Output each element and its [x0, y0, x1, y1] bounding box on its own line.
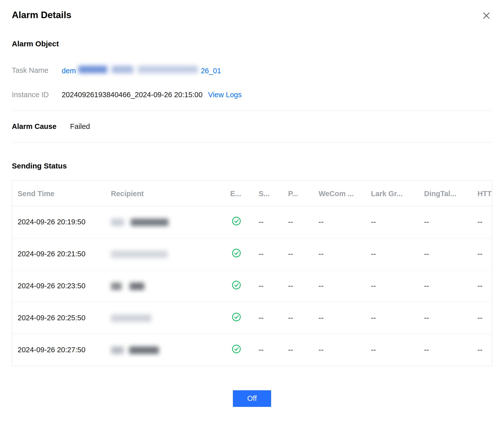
wecom-status-cell: -- [313, 302, 366, 334]
column-header-lark-group: Lark Gr... [366, 180, 419, 206]
dingtalk-status-cell: -- [419, 206, 472, 238]
redaction-blob [112, 66, 133, 73]
success-check-icon [232, 312, 241, 322]
wecom-status-cell: -- [313, 206, 366, 238]
email-status-cell [225, 334, 253, 366]
alarm-cause-value: Failed [70, 122, 90, 131]
sending-status-table: Send Time Recipient E... S... P... WeCom… [12, 180, 492, 366]
email-status-cell [225, 270, 253, 302]
lark-status-cell: -- [366, 238, 419, 270]
send-time-cell: 2024-09-26 20:23:50 [12, 270, 105, 302]
divider [12, 142, 492, 143]
off-button[interactable]: Off [233, 390, 271, 407]
phone-status-cell: -- [283, 302, 313, 334]
column-header-wecom: WeCom ... [313, 180, 366, 206]
task-name-row: Task Name dem26_01 [12, 66, 492, 75]
recipient-cell [105, 302, 225, 334]
column-header-email: E... [225, 180, 253, 206]
alarm-object-heading: Alarm Object [12, 40, 492, 48]
redaction-blob [111, 283, 122, 290]
alarm-cause-label: Alarm Cause [12, 122, 56, 131]
lark-status-cell: -- [366, 206, 419, 238]
close-icon [483, 12, 490, 20]
send-time-cell: 2024-09-26 20:21:50 [12, 238, 105, 270]
sending-status-heading: Sending Status [12, 162, 492, 170]
http-status-cell: -- [472, 302, 492, 334]
alarm-details-dialog: Alarm Details Alarm Object Task Name dem… [0, 0, 504, 423]
lark-status-cell: -- [366, 302, 419, 334]
divider [12, 111, 492, 111]
close-button[interactable] [482, 12, 491, 21]
view-logs-link[interactable]: View Logs [208, 91, 242, 99]
dingtalk-status-cell: -- [419, 334, 472, 366]
send-time-cell: 2024-09-26 20:25:50 [12, 302, 105, 334]
table-header-row: Send Time Recipient E... S... P... WeCom… [12, 180, 492, 206]
http-status-cell: -- [472, 238, 492, 270]
column-header-phone: P... [283, 180, 313, 206]
sms-status-cell: -- [253, 270, 283, 302]
table-row: 2024-09-26 20:21:50 -- -- -- -- -- -- [12, 238, 492, 270]
lark-status-cell: -- [366, 270, 419, 302]
success-check-icon [232, 217, 241, 226]
email-status-cell [225, 238, 253, 270]
alarm-cause-row: Alarm Cause Failed [12, 122, 492, 131]
dingtalk-status-cell: -- [419, 238, 472, 270]
column-header-send-time: Send Time [12, 180, 105, 206]
wecom-status-cell: -- [313, 270, 366, 302]
phone-status-cell: -- [283, 334, 313, 366]
recipient-cell [105, 334, 225, 366]
lark-status-cell: -- [366, 334, 419, 366]
success-check-icon [232, 249, 241, 258]
http-status-cell: -- [472, 334, 492, 366]
dialog-footer: Off [12, 390, 492, 407]
task-name-prefix: dem [62, 67, 76, 75]
dialog-title: Alarm Details [12, 10, 492, 20]
redaction-blob [111, 251, 168, 258]
email-status-cell [225, 206, 253, 238]
instance-id-value: 20240926193840466_2024-09-26 20:15:00 [62, 91, 203, 99]
send-time-cell: 2024-09-26 20:27:50 [12, 334, 105, 366]
task-name-label: Task Name [12, 66, 62, 75]
instance-id-row: Instance ID 20240926193840466_2024-09-26… [12, 91, 492, 99]
task-name-suffix: 26_01 [201, 67, 221, 75]
table-row: 2024-09-26 20:19:50 -- -- -- -- -- -- [12, 206, 492, 238]
send-time-cell: 2024-09-26 20:19:50 [12, 206, 105, 238]
table-row: 2024-09-26 20:27:50 -- -- -- -- -- -- [12, 334, 492, 366]
wecom-status-cell: -- [313, 238, 366, 270]
column-header-http: HTTP [472, 180, 492, 206]
email-status-cell [225, 302, 253, 334]
recipient-cell [105, 206, 225, 238]
recipient-cell [105, 270, 225, 302]
redaction-blob [111, 346, 124, 354]
phone-status-cell: -- [283, 206, 313, 238]
phone-status-cell: -- [283, 270, 313, 302]
redaction-blob [138, 66, 198, 73]
sms-status-cell: -- [253, 302, 283, 334]
column-header-dingtalk: DingTal... [419, 180, 472, 206]
success-check-icon [232, 344, 241, 354]
recipient-cell [105, 238, 225, 270]
table-row: 2024-09-26 20:25:50 -- -- -- -- -- -- [12, 302, 492, 334]
http-status-cell: -- [472, 206, 492, 238]
http-status-cell: -- [472, 270, 492, 302]
sms-status-cell: -- [253, 238, 283, 270]
phone-status-cell: -- [283, 238, 313, 270]
task-name-link[interactable]: dem26_01 [62, 66, 221, 75]
dingtalk-status-cell: -- [419, 270, 472, 302]
sms-status-cell: -- [253, 334, 283, 366]
success-check-icon [232, 280, 241, 290]
redaction-blob [111, 314, 151, 322]
wecom-status-cell: -- [313, 334, 366, 366]
table-row: 2024-09-26 20:23:50 -- -- -- -- -- -- [12, 270, 492, 302]
instance-id-label: Instance ID [12, 91, 62, 99]
redaction-blob [131, 219, 168, 226]
redaction-blob [130, 283, 144, 290]
column-header-sms: S... [253, 180, 283, 206]
task-name-redacted [78, 66, 198, 73]
redaction-blob [111, 219, 124, 226]
column-header-recipient: Recipient [105, 180, 225, 206]
redaction-blob [129, 346, 159, 354]
dingtalk-status-cell: -- [419, 302, 472, 334]
redaction-blob [78, 66, 107, 73]
sms-status-cell: -- [253, 206, 283, 238]
